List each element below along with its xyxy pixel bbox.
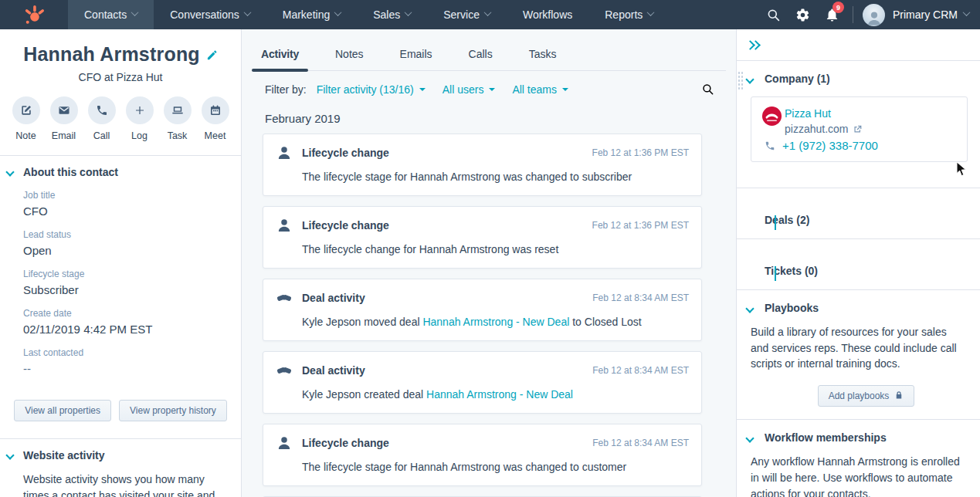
playbooks-description: Build a library of resources for your sa… bbox=[751, 324, 968, 372]
nav-label: Reports bbox=[605, 8, 643, 21]
edit-pencil-icon[interactable] bbox=[206, 49, 218, 64]
meet-button[interactable]: Meet bbox=[199, 96, 232, 141]
nav-divider bbox=[853, 6, 853, 23]
chevron-down-icon bbox=[243, 8, 251, 16]
event-title: Lifecycle change bbox=[302, 147, 389, 159]
gear-icon[interactable] bbox=[788, 0, 817, 29]
company-phone-link[interactable]: +1 (972) 338-7700 bbox=[765, 139, 958, 152]
bell-icon[interactable]: 9 bbox=[817, 0, 846, 29]
timeline-card-lifecycle-subscriber: Lifecycle change Feb 12 at 1:36 PM EST T… bbox=[263, 134, 702, 196]
tab-emails[interactable]: Emails bbox=[391, 42, 442, 70]
chevron-right-icon bbox=[775, 266, 776, 281]
event-timestamp: Feb 12 at 1:36 PM EST bbox=[592, 220, 689, 231]
task-button[interactable]: Task bbox=[161, 96, 194, 141]
note-button[interactable]: Note bbox=[10, 96, 42, 141]
timeline-card-lifecycle-reset: Lifecycle change Feb 12 at 1:36 PM EST T… bbox=[263, 206, 702, 269]
hubspot-logo[interactable] bbox=[0, 0, 68, 29]
event-title: Lifecycle change bbox=[302, 437, 389, 449]
lock-icon bbox=[894, 390, 904, 402]
event-body: The lifecycle stage for Hannah Armstrong… bbox=[302, 171, 689, 183]
avatar[interactable] bbox=[863, 4, 885, 26]
pizza-hut-logo bbox=[761, 106, 782, 127]
timeline: Lifecycle change Feb 12 at 1:36 PM EST T… bbox=[263, 134, 702, 497]
nav-item-marketing[interactable]: Marketing bbox=[266, 0, 357, 29]
about-section: About this contact Job title CFO Lead st… bbox=[0, 156, 241, 421]
collapse-panel-icon[interactable] bbox=[744, 39, 762, 52]
tab-calls[interactable]: Calls bbox=[459, 42, 502, 70]
associations-panel: Company (1) Pizza Hut pizzahut.com +1 (9… bbox=[737, 29, 980, 497]
deal-link[interactable]: Hannah Armstrong - New Deal bbox=[422, 316, 569, 328]
workflow-memberships-description: Any workflow Hannah Armstrong is enrolle… bbox=[751, 454, 968, 497]
tickets-heading: Tickets (0) bbox=[765, 265, 968, 277]
website-activity-description: Website activity shows you how many time… bbox=[23, 472, 218, 497]
contact-subtitle: CFO at Pizza Hut bbox=[0, 71, 241, 83]
call-button[interactable]: Call bbox=[86, 96, 118, 141]
call-icon bbox=[765, 140, 775, 151]
chevron-down-icon[interactable] bbox=[745, 304, 754, 313]
about-heading: About this contact bbox=[23, 166, 218, 178]
company-domain-link[interactable]: pizzahut.com bbox=[785, 121, 958, 137]
account-menu[interactable]: Primary CRM bbox=[893, 8, 969, 21]
tab-tasks[interactable]: Tasks bbox=[520, 42, 566, 70]
chevron-down-icon bbox=[334, 8, 342, 16]
drag-handle[interactable] bbox=[738, 71, 743, 90]
nav-item-contacts[interactable]: Contacts bbox=[68, 0, 154, 29]
event-title: Deal activity bbox=[302, 292, 365, 304]
chevron-down-icon bbox=[405, 8, 412, 16]
nav-item-sales[interactable]: Sales bbox=[357, 0, 427, 29]
tab-notes[interactable]: Notes bbox=[326, 42, 373, 70]
chevron-down-icon[interactable] bbox=[5, 451, 14, 459]
nav-label: Workflows bbox=[523, 8, 572, 21]
event-body: The lifecycle change for Hannah Armstron… bbox=[302, 243, 689, 255]
nav-label: Conversations bbox=[170, 8, 239, 21]
nav-label: Marketing bbox=[283, 8, 330, 21]
view-all-properties-button[interactable]: View all properties bbox=[14, 400, 111, 421]
view-property-history-button[interactable]: View property history bbox=[119, 400, 227, 421]
tab-activity[interactable]: Activity bbox=[252, 42, 308, 70]
meet-icon bbox=[209, 104, 222, 117]
nav-item-service[interactable]: Service bbox=[427, 0, 507, 29]
nav-item-reports[interactable]: Reports bbox=[588, 0, 670, 29]
deal-link[interactable]: Hannah Armstrong - New Deal bbox=[426, 388, 573, 401]
log-button[interactable]: Log bbox=[124, 96, 156, 141]
deals-heading: Deals (2) bbox=[765, 214, 968, 226]
activity-column: Activity Notes Emails Calls Tasks Filter… bbox=[242, 29, 737, 497]
add-playbooks-button[interactable]: Add playbooks bbox=[818, 385, 915, 407]
timeline-card-deal-created: Deal activity Feb 12 at 8:34 AM EST Kyle… bbox=[263, 351, 702, 414]
activity-tabs: Activity Notes Emails Calls Tasks bbox=[252, 29, 726, 71]
field-create-date: Create date 02/11/2019 4:42 PM EST bbox=[23, 308, 218, 336]
all-teams-dropdown[interactable]: All teams bbox=[512, 83, 568, 96]
search-icon[interactable] bbox=[701, 83, 714, 96]
chevron-down-icon[interactable] bbox=[745, 75, 754, 83]
chevron-down-icon[interactable] bbox=[745, 434, 754, 442]
all-users-dropdown[interactable]: All users bbox=[443, 83, 496, 96]
contact-actions: Note Email Call Log Task bbox=[0, 96, 241, 141]
handshake-icon bbox=[276, 289, 293, 306]
company-name-link[interactable]: Pizza Hut bbox=[785, 106, 958, 121]
timeline-card-deal-moved: Deal activity Feb 12 at 8:34 AM EST Kyle… bbox=[263, 279, 702, 341]
contact-sidebar: Hannah Armstrong CFO at Pizza Hut Note E… bbox=[0, 29, 242, 497]
timeline-card-lifecycle-customer: Lifecycle change Feb 12 at 8:34 AM EST T… bbox=[263, 424, 702, 486]
nav-item-conversations[interactable]: Conversations bbox=[154, 0, 266, 29]
chevron-down-icon[interactable] bbox=[5, 167, 14, 176]
event-timestamp: Feb 12 at 8:34 AM EST bbox=[592, 438, 689, 448]
nav-item-workflows[interactable]: Workflows bbox=[507, 0, 588, 29]
event-timestamp: Feb 12 at 8:34 AM EST bbox=[592, 292, 689, 303]
event-timestamp: Feb 12 at 8:34 AM EST bbox=[592, 365, 689, 376]
workflow-memberships-heading: Workflow memberships bbox=[765, 431, 968, 444]
email-button[interactable]: Email bbox=[48, 96, 80, 141]
event-body: The lifecycle stage for Hannah Armstrong… bbox=[302, 461, 689, 473]
event-title: Deal activity bbox=[302, 364, 365, 377]
nav-label: Contacts bbox=[84, 8, 127, 21]
task-icon bbox=[171, 104, 184, 117]
field-lead-status: Lead status Open bbox=[23, 229, 218, 257]
call-icon bbox=[96, 104, 108, 117]
field-lifecycle-stage: Lifecycle stage Subscriber bbox=[23, 269, 218, 296]
search-icon[interactable] bbox=[758, 0, 788, 29]
filter-activity-dropdown[interactable]: Filter activity (13/16) bbox=[317, 83, 426, 96]
deals-section[interactable]: Deals (2) bbox=[737, 188, 980, 238]
external-link-icon bbox=[853, 124, 863, 134]
contact-name: Hannah Armstrong bbox=[23, 43, 200, 65]
event-title: Lifecycle change bbox=[302, 219, 389, 232]
tickets-section[interactable]: Tickets (0) bbox=[737, 238, 980, 289]
